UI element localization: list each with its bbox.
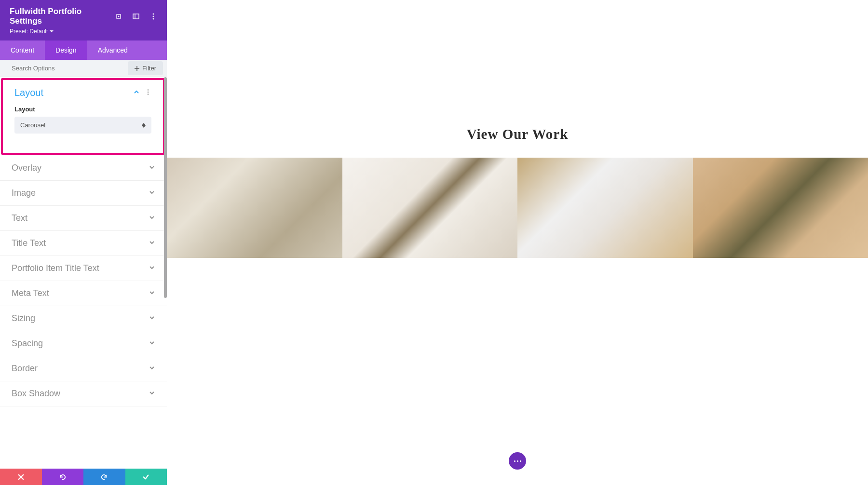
save-button[interactable]	[125, 469, 167, 485]
plus-icon	[135, 66, 139, 71]
close-icon	[17, 473, 25, 481]
chevron-down-icon	[149, 164, 155, 173]
more-icon[interactable]	[149, 13, 157, 20]
filter-label: Filter	[142, 65, 156, 72]
more-icon	[514, 460, 521, 462]
section-meta-text[interactable]: Meta Text	[0, 281, 167, 306]
layout-section-highlight: Layout Layout Carousel	[1, 78, 165, 155]
svg-rect-2	[133, 14, 139, 19]
redo-icon	[101, 473, 108, 481]
sidebar-body: Layout Layout Carousel	[0, 77, 167, 469]
undo-icon	[59, 473, 66, 481]
select-value: Carousel	[20, 121, 45, 129]
section-sizing[interactable]: Sizing	[0, 306, 167, 331]
more-icon[interactable]	[145, 89, 151, 97]
svg-point-9	[148, 89, 149, 90]
svg-point-1	[118, 16, 120, 17]
svg-point-11	[148, 94, 149, 94]
section-portfolio-item-title[interactable]: Portfolio Item Title Text	[0, 256, 167, 281]
field-label-layout: Layout	[14, 106, 151, 113]
tab-content[interactable]: Content	[0, 40, 45, 60]
drag-handle-icon[interactable]	[115, 13, 122, 20]
chevron-down-icon	[50, 29, 54, 33]
sidebar-footer	[0, 469, 167, 485]
preview-area: View Our Work	[167, 0, 868, 485]
tab-design[interactable]: Design	[45, 40, 87, 60]
chevron-down-icon	[149, 339, 155, 348]
tab-advanced[interactable]: Advanced	[87, 40, 138, 60]
search-bar: Filter	[0, 60, 167, 77]
carousel-item[interactable]	[167, 158, 342, 258]
search-input[interactable]	[12, 65, 128, 72]
builder-fab[interactable]	[509, 452, 526, 470]
preset-dropdown[interactable]: Preset: Default	[10, 28, 157, 35]
settings-sidebar: Fullwidth Portfolio Settings Preset: Def…	[0, 0, 167, 485]
section-title-text[interactable]: Title Text	[0, 231, 167, 256]
sidebar-header: Fullwidth Portfolio Settings Preset: Def…	[0, 0, 167, 40]
panel-title: Fullwidth Portfolio Settings	[10, 7, 115, 26]
carousel-item[interactable]	[342, 158, 518, 258]
section-spacing[interactable]: Spacing	[0, 331, 167, 356]
chevron-down-icon	[149, 264, 155, 273]
preview-heading: View Our Work	[467, 126, 569, 142]
preset-label: Preset: Default	[10, 28, 48, 35]
svg-point-6	[153, 18, 154, 20]
settings-tabs: Content Design Advanced	[0, 40, 167, 60]
cancel-button[interactable]	[0, 469, 42, 485]
chevron-down-icon	[149, 364, 155, 373]
svg-point-10	[148, 91, 149, 92]
chevron-up-icon	[133, 89, 140, 97]
redo-button[interactable]	[83, 469, 125, 485]
section-box-shadow[interactable]: Box Shadow	[0, 381, 167, 406]
section-layout-content: Layout Carousel	[3, 106, 163, 141]
chevron-down-icon	[149, 390, 155, 398]
chevron-down-icon	[149, 314, 155, 323]
section-border[interactable]: Border	[0, 356, 167, 381]
section-title: Layout	[14, 87, 43, 98]
section-image[interactable]: Image	[0, 181, 167, 205]
svg-point-5	[153, 16, 154, 17]
filter-button[interactable]: Filter	[128, 61, 163, 75]
carousel-item[interactable]	[517, 158, 693, 258]
section-text[interactable]: Text	[0, 206, 167, 230]
chevron-down-icon	[149, 189, 155, 198]
chevron-down-icon	[149, 214, 155, 223]
chevron-down-icon	[149, 239, 155, 248]
chevron-down-icon	[149, 289, 155, 298]
svg-point-4	[153, 13, 154, 15]
layout-select[interactable]: Carousel	[14, 117, 151, 134]
section-overlay[interactable]: Overlay	[0, 156, 167, 180]
undo-button[interactable]	[42, 469, 84, 485]
portfolio-carousel[interactable]	[167, 158, 868, 258]
check-icon	[142, 473, 149, 481]
section-layout-header[interactable]: Layout	[3, 80, 163, 106]
snap-icon[interactable]	[132, 13, 140, 20]
select-arrows-icon	[142, 123, 146, 128]
carousel-item[interactable]	[693, 158, 868, 258]
